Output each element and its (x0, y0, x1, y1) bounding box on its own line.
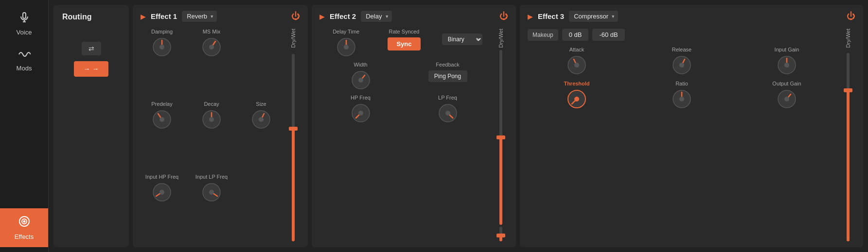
predelay-knob[interactable] (151, 109, 173, 130)
ms-mix-group: MS Mix (190, 29, 233, 96)
effect2-type-select[interactable]: Delay (361, 11, 392, 22)
sync-button[interactable]: Sync (388, 37, 420, 50)
svg-point-23 (358, 78, 363, 83)
input-gain-label: Input Gain (775, 47, 799, 52)
effect2-bottom-thumb[interactable] (496, 234, 505, 237)
width-knob[interactable] (350, 69, 372, 91)
ratio-group: Ratio (633, 81, 731, 110)
attack-knob[interactable] (566, 54, 587, 76)
effect2-row3: HP Freq LP Freq (319, 95, 489, 124)
effect2-power-icon[interactable]: ⏻ (499, 11, 508, 21)
db-display-2[interactable]: -60 dB (592, 29, 624, 41)
effect3-type-select[interactable]: Compressor (569, 11, 618, 22)
effect1-controls: Damping MS Mix (141, 29, 300, 241)
effect1-drywet-slider: Dry/Wet (286, 29, 300, 241)
input-hp-freq-label: Input HP Freq (145, 174, 178, 180)
rate-synced-group: Rate Synced Sync (377, 29, 430, 58)
ratio-knob[interactable] (671, 88, 692, 110)
effect1-type-select[interactable]: Reverb (182, 11, 217, 22)
svg-point-21 (344, 45, 349, 50)
release-label: Release (672, 47, 691, 52)
effect3-drywet-track[interactable] (847, 53, 850, 241)
effect3-knobs: Attack Release (528, 47, 836, 110)
size-knob[interactable] (250, 109, 272, 130)
size-group: Size (240, 101, 283, 168)
effect2-play-icon[interactable]: ▶ (319, 13, 325, 20)
svg-rect-0 (23, 13, 26, 18)
input-hp-freq-knob[interactable] (151, 182, 173, 203)
svg-point-5 (23, 221, 25, 222)
content-area: Routing ⇄ → → ▶ Effect 1 Reverb ⏻ (53, 5, 863, 247)
svg-point-13 (209, 117, 214, 122)
db-display-1[interactable]: 0 dB (562, 29, 589, 41)
ping-pong-display: Ping Pong (428, 70, 467, 82)
main-content: Routing ⇄ → → ▶ Effect 1 Reverb ⏻ (49, 0, 868, 252)
input-gain-knob[interactable] (776, 54, 797, 76)
effect1-drywet-track[interactable] (292, 54, 295, 241)
swap-button[interactable]: ⇄ (82, 42, 101, 55)
width-group: Width (319, 62, 402, 91)
input-lp-freq-knob[interactable] (201, 182, 222, 203)
svg-point-33 (784, 63, 789, 67)
threshold-knob[interactable] (566, 88, 587, 110)
effect1-type-wrapper[interactable]: Reverb (182, 11, 217, 22)
effect3-play-icon[interactable]: ▶ (528, 13, 533, 20)
route-button[interactable]: → → (74, 61, 109, 77)
svg-point-15 (259, 117, 264, 122)
size-label: Size (256, 101, 266, 107)
svg-point-37 (679, 97, 684, 101)
feedback-group: Feedback Ping Pong (407, 62, 489, 91)
svg-point-9 (209, 45, 214, 50)
sidebar-voice-label: Voice (17, 29, 32, 36)
hp-freq-knob[interactable] (350, 102, 372, 124)
release-knob[interactable] (671, 54, 692, 76)
binary-group: Binary (436, 29, 489, 58)
sidebar-item-voice[interactable]: Voice (0, 5, 48, 43)
hp-freq-group: HP Freq (319, 95, 402, 124)
effect2-type-wrapper[interactable]: Delay (361, 11, 392, 22)
effect1-knobs: Damping MS Mix (141, 29, 283, 241)
effect2-drywet-track[interactable] (499, 50, 502, 225)
input-lp-freq-group: Input LP Freq (190, 174, 233, 241)
effect2-sliders: Dry/Wet (494, 29, 508, 241)
effect3-power-icon[interactable]: ⏻ (847, 11, 855, 21)
damping-knob[interactable] (151, 36, 173, 58)
decay-label: Decay (204, 101, 219, 107)
svg-point-39 (784, 97, 789, 101)
input-hp-freq-group: Input HP Freq (141, 174, 183, 241)
svg-point-19 (209, 190, 214, 195)
svg-point-27 (445, 111, 450, 116)
effect2-drywet-fill (499, 137, 502, 225)
predelay-group: Predelay (141, 101, 183, 168)
effect3-drywet-thumb[interactable] (844, 88, 852, 92)
input-lp-freq-label: Input LP Freq (195, 174, 228, 180)
input-gain-group: Input Gain (738, 47, 836, 76)
ms-mix-label: MS Mix (203, 29, 221, 34)
feedback-label: Feedback (436, 62, 459, 67)
effect1-power-icon[interactable]: ⏻ (291, 11, 300, 21)
delay-time-group: Delay Time (319, 29, 372, 58)
mods-icon (18, 50, 31, 62)
effect2-knobs-area: Delay Time Rate Synced Sync (319, 29, 489, 241)
threshold-group: Threshold (528, 81, 626, 110)
effect2-drywet-thumb[interactable] (496, 135, 505, 139)
binary-wrapper[interactable]: Binary (442, 34, 482, 45)
sidebar-item-mods[interactable]: Mods (0, 43, 48, 79)
svg-point-11 (159, 117, 164, 122)
effect2-bottom-slider[interactable] (499, 227, 502, 241)
delay-time-knob[interactable] (336, 36, 357, 58)
effect3-type-wrapper[interactable]: Compressor (569, 11, 618, 22)
effect1-play-icon[interactable]: ▶ (141, 13, 146, 20)
effect3-controls: Makeup 0 dB -60 dB Attack (528, 29, 855, 241)
decay-knob[interactable] (201, 109, 222, 130)
binary-select[interactable]: Binary (442, 34, 482, 45)
lp-freq-knob[interactable] (437, 102, 459, 124)
effect3-panel: ▶ Effect 3 Compressor ⏻ Makeup 0 dB -60 … (520, 5, 863, 247)
effect1-header: ▶ Effect 1 Reverb ⏻ (141, 11, 300, 22)
effect1-drywet-thumb[interactable] (289, 127, 298, 131)
output-gain-knob[interactable] (776, 88, 797, 110)
ms-mix-knob[interactable] (201, 36, 222, 58)
effect2-row2: Width Feedback Ping Pong (319, 62, 489, 91)
sidebar-item-effects[interactable]: Effects (0, 208, 48, 247)
effect2-panel: ▶ Effect 2 Delay ⏻ Delay Time (312, 5, 516, 247)
